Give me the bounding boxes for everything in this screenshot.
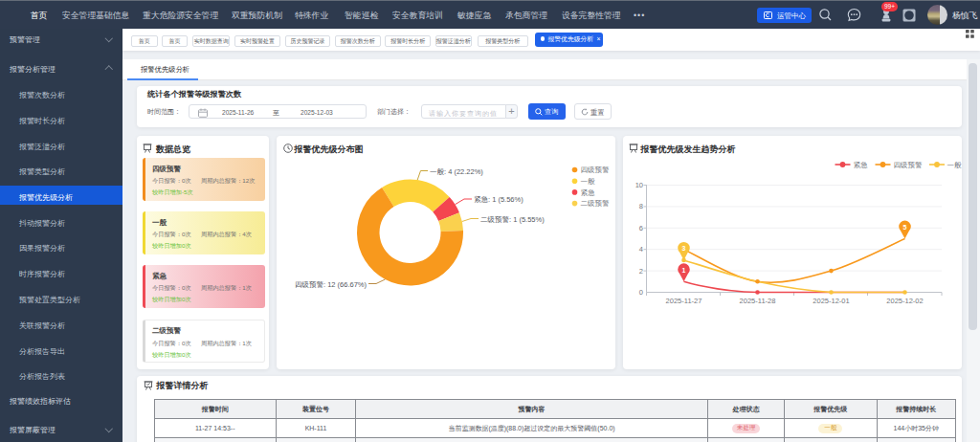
svg-text:2025-11-27: 2025-11-27: [665, 297, 702, 305]
svg-text:2025-12-02: 2025-12-02: [886, 297, 923, 305]
svg-text:1: 1: [681, 267, 685, 274]
svg-text:一般: 一般: [947, 161, 962, 169]
svg-text:5: 5: [902, 224, 906, 231]
svg-text:2025-11-28: 2025-11-28: [739, 297, 775, 305]
svg-text:0: 0: [638, 288, 642, 297]
svg-text:四级预警: 12 (66.67%): 四级预警: 12 (66.67%): [294, 280, 367, 289]
svg-text:紧急: 紧急: [853, 161, 868, 169]
svg-text:紧急: 紧急: [580, 188, 595, 197]
svg-text:一般: 4 (22.22%): 一般: 4 (22.22%): [430, 167, 483, 176]
svg-text:6: 6: [638, 224, 642, 232]
svg-text:一般: 一般: [580, 177, 595, 186]
svg-text:二级预警: 1 (5.55%): 二级预警: 1 (5.55%): [480, 215, 545, 224]
svg-text:8: 8: [638, 202, 642, 210]
svg-text:二级预警: 二级预警: [580, 199, 610, 208]
svg-text:2025-12-01: 2025-12-01: [813, 297, 849, 305]
svg-text:四级预警: 四级预警: [893, 161, 923, 169]
svg-text:10: 10: [635, 181, 642, 189]
svg-text:四级预警: 四级预警: [580, 166, 610, 174]
svg-text:紧急: 1 (5.56%): 紧急: 1 (5.56%): [474, 195, 523, 204]
svg-text:2: 2: [638, 267, 642, 276]
svg-text:4: 4: [638, 245, 642, 254]
svg-text:3: 3: [681, 245, 685, 252]
